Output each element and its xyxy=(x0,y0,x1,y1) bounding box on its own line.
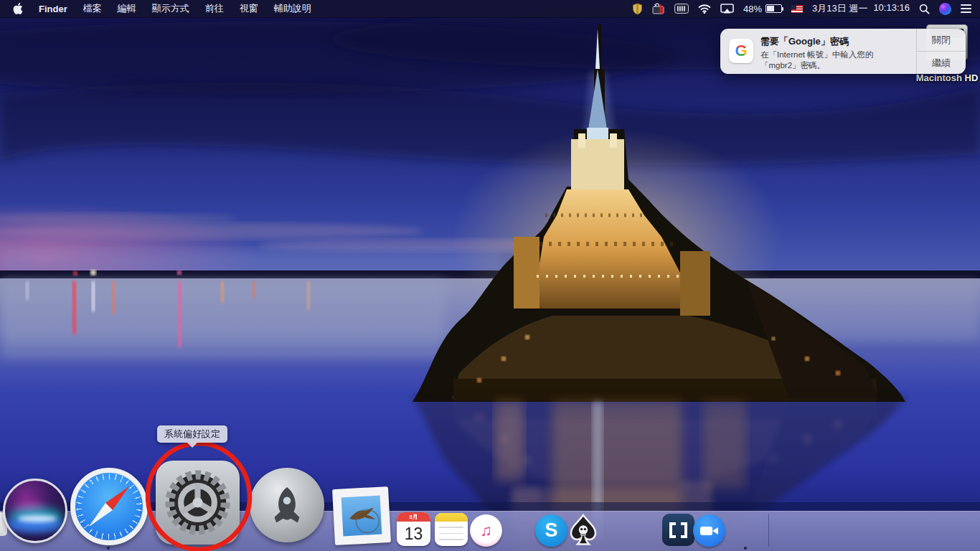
skype-icon: S xyxy=(545,519,557,542)
safari-icon xyxy=(70,468,148,545)
video-camera-icon xyxy=(700,527,718,535)
dock-safari[interactable] xyxy=(70,468,148,545)
siri-icon xyxy=(3,479,67,543)
dock-tooltip: 系統偏好設定 xyxy=(157,425,227,443)
notification-center-icon[interactable] xyxy=(961,4,971,13)
dock-system-preferences[interactable] xyxy=(156,461,240,545)
menu-bar: Finder 檔案 編輯 顯示方式 前往 視窗 輔助說明 xyxy=(0,0,980,17)
menu-edit[interactable]: 編輯 xyxy=(118,2,136,15)
notification-continue-button[interactable]: 繼續 xyxy=(917,52,966,74)
macintosh-hd-label[interactable]: Macintosh HD xyxy=(897,72,980,83)
launchpad-rocket-icon xyxy=(250,468,324,542)
menu-file[interactable]: 檔案 xyxy=(83,2,102,15)
notification-body: 在「Internet 帳號」中輸入您的「mgbr2」密碼。 xyxy=(760,50,903,71)
system-preferences-icon xyxy=(156,461,240,545)
dock-siri[interactable] xyxy=(3,479,67,543)
calendar-day-label: 13 xyxy=(397,522,430,546)
bars-status-icon[interactable] xyxy=(674,0,689,17)
toolbox-status-icon[interactable] xyxy=(652,0,665,17)
mail-stamp-icon xyxy=(332,486,391,545)
dock-calendar[interactable]: 3月 13 xyxy=(397,512,430,546)
photos-running-dot xyxy=(744,547,747,550)
desktop-screen: Finder 檔案 編輯 顯示方式 前往 視窗 輔助說明 xyxy=(0,0,980,551)
brackets-icon xyxy=(669,522,676,538)
dock-divider xyxy=(768,514,769,547)
shield-status-icon[interactable] xyxy=(632,0,643,17)
menu-go[interactable]: 前往 xyxy=(205,2,224,15)
menu-view[interactable]: 顯示方式 xyxy=(152,2,189,15)
itunes-note-icon: ♫ xyxy=(480,522,492,540)
calendar-month-label: 3月 xyxy=(397,512,430,522)
dock-mail[interactable] xyxy=(329,484,394,548)
menu-window[interactable]: 視窗 xyxy=(240,2,258,15)
time-label: 10:13:16 xyxy=(873,2,910,15)
wifi-icon[interactable] xyxy=(698,0,711,17)
menu-clock[interactable]: 3月13日 週一 10:13:16 xyxy=(812,2,910,15)
airplay-display-icon[interactable] xyxy=(720,0,734,17)
safari-running-dot xyxy=(107,547,110,550)
notification-title: 需要「Google」密碼 xyxy=(760,35,916,48)
notes-icon xyxy=(435,513,468,522)
battery-indicator[interactable]: 48% xyxy=(743,4,782,14)
dock-itunes[interactable]: ♫ xyxy=(470,514,502,547)
battery-percent-label: 48% xyxy=(743,4,762,14)
dock-notes[interactable] xyxy=(435,513,468,546)
spade-skull-icon xyxy=(567,514,600,547)
dock-skype[interactable]: S xyxy=(535,514,567,547)
date-label: 3月13日 週一 xyxy=(812,2,867,15)
notification-close-button[interactable]: 關閉 xyxy=(917,29,966,52)
siri-menu-icon[interactable] xyxy=(939,3,951,15)
spotlight-search-icon[interactable] xyxy=(919,0,930,17)
dock-brackets-app[interactable] xyxy=(662,514,694,546)
battery-icon xyxy=(765,4,782,13)
active-app-name[interactable]: Finder xyxy=(39,4,67,14)
apple-menu-icon[interactable] xyxy=(13,0,23,17)
input-source-flag-icon[interactable] xyxy=(791,5,803,13)
dock-zoom[interactable] xyxy=(693,514,725,547)
google-app-icon: G xyxy=(729,39,753,63)
menu-help[interactable]: 輔助說明 xyxy=(274,2,311,15)
google-password-notification[interactable]: G 需要「Google」密碼 在「Internet 帳號」中輸入您的「mgbr2… xyxy=(720,29,966,74)
dock-launchpad[interactable] xyxy=(250,468,324,542)
dock-spades-game[interactable] xyxy=(567,514,600,550)
